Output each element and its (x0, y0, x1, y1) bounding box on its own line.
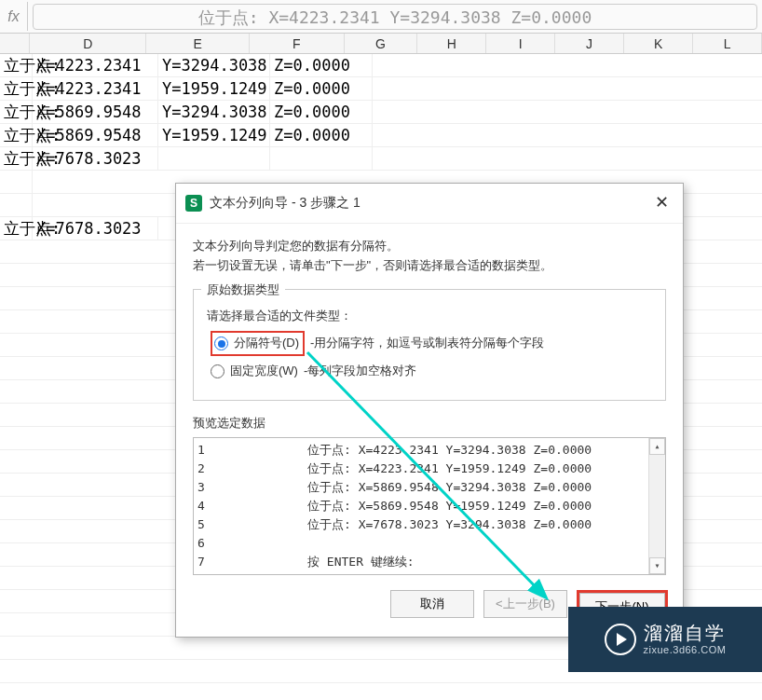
radio-icon (211, 364, 225, 378)
cell[interactable]: Z=0.0000 (270, 54, 373, 76)
col-header-f[interactable]: F (250, 34, 345, 53)
watermark-url: zixue.3d66.COM (644, 644, 727, 656)
column-headers: D E F G H I J K L (0, 34, 762, 54)
table-row[interactable]: 立于点: X=4223.2341 Y=1959.1249 Z=0.0000 (0, 77, 762, 101)
cell[interactable] (158, 147, 270, 170)
cell[interactable]: 立于点: (0, 54, 33, 76)
cell[interactable] (0, 194, 33, 216)
preview-row: 7按 ENTER 键继续: (197, 554, 661, 572)
radio-fixed[interactable]: 固定宽度(W) -每列字段加空格对齐 (211, 362, 652, 381)
watermark: 溜溜自学 zixue.3d66.COM (568, 607, 762, 672)
col-header-e[interactable]: E (146, 34, 250, 53)
col-header-l[interactable]: L (693, 34, 762, 53)
preview-row: 1位于点: X=4223.2341 Y=3294.3038 Z=0.0000 (197, 442, 661, 460)
app-icon: S (185, 195, 202, 212)
col-header-h[interactable]: H (417, 34, 486, 53)
preview-scrollbar[interactable]: ▴ ▾ (648, 438, 665, 574)
cell[interactable]: X=4223.2341 (33, 54, 158, 76)
watermark-title: 溜溜自学 (644, 622, 727, 644)
col-header-j[interactable]: J (555, 34, 624, 53)
cell[interactable] (270, 147, 373, 170)
col-header-d[interactable]: D (30, 34, 146, 53)
dialog-description-2: 若一切设置无误，请单击"下一步"，否则请选择最合适的数据类型。 (193, 256, 666, 276)
radio-icon (214, 336, 228, 350)
close-button[interactable]: ✕ (649, 191, 674, 215)
data-type-fieldset: 原始数据类型 请选择最合适的文件类型： 分隔符号(D) -用分隔字符，如逗号或制… (193, 289, 666, 401)
play-icon (605, 624, 636, 655)
preview-row: 3位于点: X=5869.9548 Y=3294.3038 Z=0.0000 (197, 479, 661, 498)
cell[interactable]: X=7678.3023 (33, 147, 158, 170)
cell[interactable]: Y=3294.3038 (158, 101, 270, 123)
dialog-titlebar: S 文本分列向导 - 3 步骤之 1 ✕ (176, 184, 683, 224)
col-header-i[interactable]: I (486, 34, 555, 53)
radio-fixed-label: 固定宽度(W) (230, 362, 298, 381)
cell[interactable]: 立于点: (0, 217, 33, 240)
cell[interactable]: Y=1959.1249 (158, 124, 270, 146)
cell[interactable]: 立于点: (0, 101, 33, 123)
radio-delimiter-label: 分隔符号(D) (234, 334, 299, 353)
scroll-up-icon[interactable]: ▴ (649, 438, 665, 455)
table-row[interactable]: 立于点: X=7678.3023 (0, 147, 762, 171)
back-button: <上一步(B) (483, 590, 567, 618)
cell[interactable]: X=7678.3023 (33, 217, 158, 240)
preview-box: 1位于点: X=4223.2341 Y=3294.3038 Z=0.0000 2… (193, 437, 666, 575)
fieldset-legend: 原始数据类型 (201, 281, 285, 300)
preview-label: 预览选定数据 (193, 414, 666, 433)
dialog-title-text: 文本分列向导 - 3 步骤之 1 (210, 195, 361, 212)
cell[interactable]: Z=0.0000 (270, 124, 373, 146)
formula-input[interactable]: 位于点: X=4223.2341 Y=3294.3038 Z=0.0000 (33, 4, 757, 30)
fx-label: fx (0, 2, 28, 31)
dialog-description-1: 文本分列向导判定您的数据有分隔符。 (193, 237, 666, 256)
cell[interactable]: Z=0.0000 (270, 77, 373, 100)
scroll-down-icon[interactable]: ▾ (649, 557, 665, 574)
dialog-body: 文本分列向导判定您的数据有分隔符。 若一切设置无误，请单击"下一步"，否则请选择… (176, 224, 683, 581)
text-wizard-dialog: S 文本分列向导 - 3 步骤之 1 ✕ 文本分列向导判定您的数据有分隔符。 若… (175, 183, 684, 638)
col-header-g[interactable]: G (345, 34, 418, 53)
cell[interactable]: 立于点: (0, 77, 33, 100)
cancel-button[interactable]: 取消 (390, 590, 474, 618)
preview-row: 4位于点: X=5869.9548 Y=1959.1249 Z=0.0000 (197, 498, 661, 516)
preview-row: 5位于点: X=7678.3023 Y=3294.3038 Z=0.0000 (197, 516, 661, 535)
formula-bar: fx 位于点: X=4223.2341 Y=3294.3038 Z=0.0000 (0, 0, 762, 34)
table-row[interactable]: 立于点: X=5869.9548 Y=1959.1249 Z=0.0000 (0, 124, 762, 147)
cell[interactable] (0, 171, 33, 193)
cell[interactable]: X=4223.2341 (33, 77, 158, 100)
cell[interactable]: 立于点: (0, 147, 33, 170)
cell[interactable]: Y=1959.1249 (158, 77, 270, 100)
col-header-k[interactable]: K (624, 34, 693, 53)
fieldset-prompt: 请选择最合适的文件类型： (207, 307, 652, 326)
cell[interactable]: X=5869.9548 (33, 101, 158, 123)
highlight-box: 分隔符号(D) (211, 331, 305, 356)
preview-row: 6 (197, 535, 661, 554)
cell[interactable]: 立于点: (0, 124, 33, 146)
radio-fixed-desc: -每列字段加空格对齐 (304, 362, 416, 381)
table-row[interactable]: 立于点: X=5869.9548 Y=3294.3038 Z=0.0000 (0, 101, 762, 124)
col-header-blank (0, 34, 30, 53)
cell[interactable]: Y=3294.3038 (158, 54, 270, 76)
cell[interactable]: X=5869.9548 (33, 124, 158, 146)
table-row[interactable]: 立于点: X=4223.2341 Y=3294.3038 Z=0.0000 (0, 54, 762, 77)
cell[interactable]: Z=0.0000 (270, 101, 373, 123)
radio-delimiter-desc: -用分隔字符，如逗号或制表符分隔每个字段 (310, 334, 544, 353)
radio-delimiter[interactable]: 分隔符号(D) -用分隔字符，如逗号或制表符分隔每个字段 (211, 331, 652, 356)
preview-row: 2位于点: X=4223.2341 Y=1959.1249 Z=0.0000 (197, 460, 661, 479)
